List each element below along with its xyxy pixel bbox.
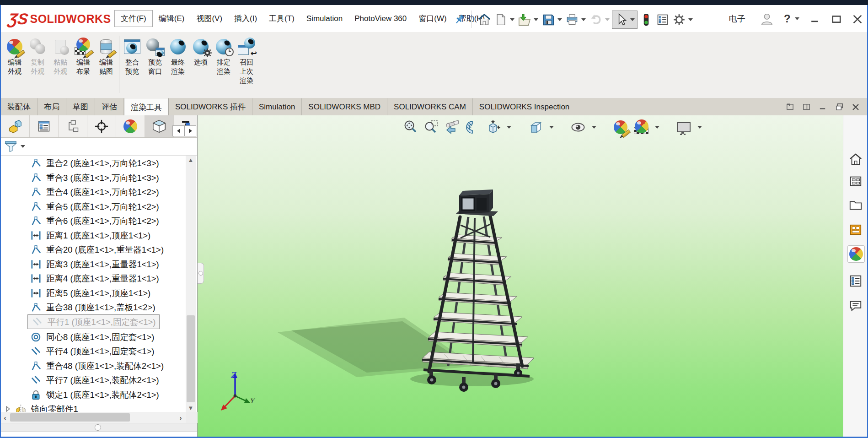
menu-file[interactable]: 文件(F): [114, 10, 153, 27]
tree-row[interactable]: 距离5 (底座1<1>,顶座1<1>): [30, 286, 150, 300]
expand-arrow-icon[interactable]: [5, 406, 11, 412]
model-3d-trolley[interactable]: [198, 115, 843, 437]
options-gear-icon[interactable]: [671, 11, 687, 28]
tab-render-preview-icon[interactable]: [145, 115, 174, 137]
preview-window-button[interactable]: 预览 窗口: [144, 32, 166, 76]
tree-row[interactable]: 重合48 (顶座1<1>,装配体2<1>): [30, 359, 164, 373]
filter-dropdown[interactable]: [21, 145, 25, 148]
help-menu[interactable]: ?: [784, 5, 801, 32]
vertical-scroll-thumb[interactable]: [187, 315, 195, 402]
forum-icon[interactable]: [847, 297, 864, 314]
home-icon[interactable]: [477, 11, 492, 28]
splitter-knob-icon[interactable]: [95, 424, 101, 431]
login-person-icon[interactable]: [760, 12, 774, 26]
file-explorer-icon[interactable]: [847, 197, 864, 213]
tab-layout[interactable]: 布局: [38, 98, 66, 115]
open-icon[interactable]: [517, 11, 532, 28]
tree-row-mirror-component[interactable]: 镜向零部件1: [5, 402, 78, 412]
tree-row[interactable]: 重合2 (底座1<1>,万向轮1<3>): [30, 156, 159, 170]
tab-sw-cam[interactable]: SOLIDWORKS CAM: [387, 98, 473, 115]
edit-scene-button[interactable]: 编辑 布景: [72, 32, 95, 76]
recall-last-render-button[interactable]: ↩ 召回 上次 渲染: [235, 32, 258, 85]
tab-sw-addins[interactable]: SOLIDWORKS 插件: [169, 98, 252, 115]
tab-property-manager-icon[interactable]: [30, 115, 59, 137]
tab-assembly[interactable]: 装配体: [1, 98, 38, 115]
tab-simulation[interactable]: Simulation: [252, 98, 302, 115]
menu-photoview[interactable]: PhotoView 360: [348, 11, 413, 26]
graphics-viewport[interactable]: Z Y: [198, 115, 843, 437]
tree-row[interactable]: 锁定1 (底座1<1>,装配体2<1>): [30, 388, 159, 401]
menu-insert[interactable]: 插入(I): [228, 11, 263, 27]
tree-row[interactable]: 距离3 (底座1<1>,重量器1<1>): [30, 257, 159, 271]
print-dropdown[interactable]: [581, 18, 586, 21]
menu-simulation[interactable]: Simulation: [300, 11, 348, 26]
help-dropdown[interactable]: [795, 17, 799, 20]
panel-splitter[interactable]: [1, 423, 197, 432]
integrated-preview-button[interactable]: 整合 预览: [121, 32, 144, 76]
panel-collapse-handle[interactable]: [198, 263, 204, 284]
tab-render-tools[interactable]: 渲染工具: [124, 98, 169, 116]
tree-row[interactable]: 距离4 (底座1<1>,重量器1<1>): [30, 271, 159, 285]
tree-row[interactable]: 重合38 (顶座1<1>,盖板1<2>): [30, 300, 155, 314]
tree-row[interactable]: 重合5 (底座1<1>,万向轮1<2>): [30, 200, 159, 213]
tree-horizontal-scrollbar[interactable]: ‹ ›: [1, 412, 186, 423]
tab-sw-inspection[interactable]: SOLIDWORKS Inspection: [473, 98, 576, 115]
custom-properties-icon[interactable]: [847, 273, 864, 289]
resources-home-icon[interactable]: [847, 151, 864, 168]
scroll-down-icon[interactable]: ▼: [186, 404, 196, 412]
close-button[interactable]: [850, 11, 865, 27]
design-library-icon[interactable]: [847, 173, 864, 189]
edit-appearance-button[interactable]: 编辑 外观: [3, 32, 26, 76]
options-dropdown[interactable]: [688, 18, 693, 21]
final-render-button[interactable]: 最终 渲染: [166, 32, 189, 76]
menu-tools[interactable]: 工具(T): [263, 11, 300, 27]
menu-view[interactable]: 视图(V): [190, 11, 228, 27]
appearances-scenes-icon[interactable]: [847, 245, 865, 263]
close-doc-icon[interactable]: [851, 102, 861, 112]
save-icon[interactable]: [541, 11, 556, 28]
panel-tabs-next-icon[interactable]: [184, 125, 196, 136]
float-window-icon[interactable]: [785, 102, 795, 112]
restore-doc-icon[interactable]: [834, 102, 844, 112]
scroll-up-icon[interactable]: ▲: [186, 156, 196, 164]
save-dropdown[interactable]: [557, 18, 562, 21]
edit-decal-button[interactable]: 编辑 贴图: [95, 32, 118, 76]
select-cursor-icon[interactable]: [613, 11, 629, 28]
tree-row[interactable]: 重合20 (底座1<1>,重量器1<1>): [30, 243, 164, 256]
tab-configuration-manager-icon[interactable]: [59, 115, 87, 137]
pin-icon[interactable]: [454, 13, 466, 25]
tree-vertical-scrollbar[interactable]: ▲ ▼: [186, 156, 196, 412]
tab-display-manager-icon[interactable]: [116, 115, 145, 137]
tab-model-tree-icon[interactable]: [1, 115, 30, 137]
panel-tabs-prev-icon[interactable]: [172, 125, 184, 136]
open-dropdown[interactable]: [534, 18, 538, 21]
horizontal-scroll-thumb[interactable]: [10, 413, 130, 422]
tree-row[interactable]: 距离1 (底座1<1>,顶座1<1>): [30, 228, 150, 242]
traffic-light-icon[interactable]: [638, 11, 654, 28]
menu-edit[interactable]: 编辑(E): [153, 11, 191, 27]
tab-evaluate[interactable]: 评估: [95, 98, 124, 115]
tree-row[interactable]: 重合6 (底座1<1>,万向轮1<2>): [30, 214, 159, 227]
select-dropdown[interactable]: [630, 18, 635, 21]
properties-icon[interactable]: [655, 11, 670, 28]
print-icon[interactable]: [564, 11, 580, 28]
filter-funnel-icon[interactable]: [5, 141, 17, 152]
scroll-left-icon[interactable]: ‹: [1, 412, 9, 423]
tile-window-icon[interactable]: [801, 102, 811, 112]
render-options-button[interactable]: 选项: [189, 32, 212, 67]
tree-row[interactable]: 重合3 (底座1<1>,万向轮1<3>): [30, 171, 159, 184]
tree-row[interactable]: 平行4 (顶座1<1>,固定套<1>): [30, 344, 154, 358]
minimize-button[interactable]: [808, 11, 823, 27]
scroll-right-icon[interactable]: ›: [177, 412, 185, 423]
minimize-doc-icon[interactable]: [818, 102, 828, 112]
menu-window[interactable]: 窗口(W): [413, 11, 452, 27]
tab-sketch[interactable]: 草图: [66, 98, 95, 115]
tab-dimxpert-icon[interactable]: [87, 115, 116, 137]
tab-sw-mbd[interactable]: SOLIDWORKS MBD: [302, 98, 387, 115]
feature-tree[interactable]: 重合2 (底座1<1>,万向轮1<3>) 重合3 (底座1<1>,万向轮1<3>…: [1, 156, 186, 412]
new-document-icon[interactable]: [493, 11, 509, 28]
new-document-dropdown[interactable]: [510, 18, 514, 21]
schedule-render-button[interactable]: 排定 渲染: [212, 32, 235, 76]
tree-row[interactable]: 同心8 (底座1<1>,固定套<1>): [30, 330, 154, 344]
tree-row[interactable]: 平行7 (底座1<1>,装配体2<1>): [30, 373, 159, 387]
